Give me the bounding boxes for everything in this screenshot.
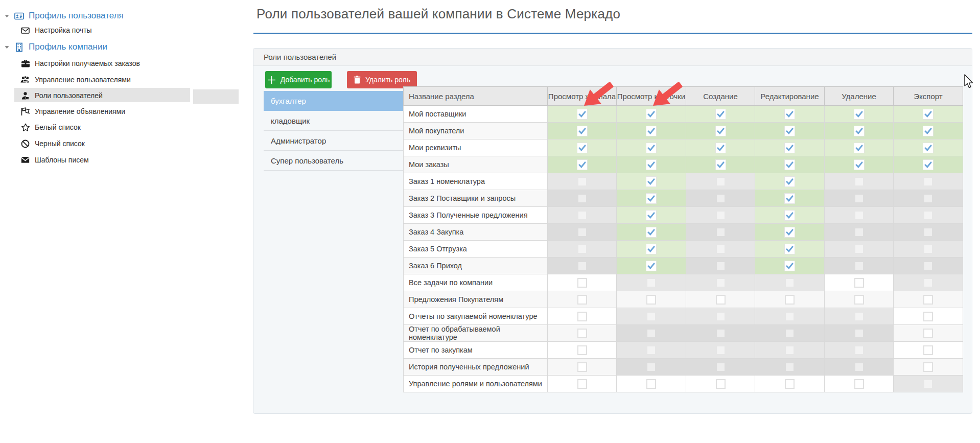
permission-checkbox[interactable] (785, 143, 795, 153)
permission-checkbox[interactable] (646, 160, 656, 170)
sidebar-item-5[interactable]: Роли пользователей (20, 89, 103, 102)
permission-cell-disabled (825, 325, 894, 342)
section-label: Управление ролями и пользователями (404, 376, 548, 392)
permission-checkbox[interactable] (646, 244, 656, 254)
section-label: Заказ 1 номенклатура (404, 173, 548, 190)
section-label: Заказ 4 Закупка (404, 224, 548, 241)
permission-checkbox[interactable] (923, 143, 933, 153)
permission-checkbox[interactable] (716, 109, 726, 119)
caret-down-icon[interactable] (4, 13, 11, 19)
role-item-1[interactable]: кладовщик (264, 111, 404, 131)
permission-checkbox[interactable] (646, 227, 656, 237)
permission-cell-disabled (617, 325, 686, 342)
permission-cell-disabled (686, 274, 755, 291)
permission-checkbox[interactable] (785, 126, 795, 136)
permission-checkbox[interactable] (716, 379, 726, 389)
permission-checkbox[interactable] (646, 194, 656, 203)
role-item-3[interactable]: Супер пользователь (264, 151, 404, 171)
sidebar-item-7[interactable]: Белый список (20, 121, 81, 133)
permission-checkbox[interactable] (785, 295, 795, 305)
permission-checkbox[interactable] (923, 329, 933, 338)
permission-cell-unchecked (894, 291, 963, 308)
permission-checkbox[interactable] (785, 379, 795, 389)
sidebar-item-1[interactable]: Настройка почты (20, 24, 92, 36)
permission-checkbox[interactable] (923, 312, 933, 321)
permission-checkbox[interactable] (785, 160, 795, 170)
delete-role-button[interactable]: Удалить роль (347, 71, 417, 88)
permission-checkbox[interactable] (923, 126, 933, 136)
permission-checkbox[interactable] (577, 109, 587, 119)
permission-checkbox[interactable] (785, 109, 795, 119)
permission-checkbox[interactable] (577, 362, 587, 372)
section-label: Предложения Покупателям (404, 291, 548, 308)
permission-checkbox[interactable] (923, 295, 933, 305)
permission-checkbox[interactable] (854, 295, 864, 305)
permission-checkbox[interactable] (716, 160, 726, 170)
permission-checkbox[interactable] (854, 160, 864, 170)
permission-checkbox[interactable] (923, 362, 933, 372)
permission-checkbox (717, 178, 725, 185)
caret-down-icon[interactable] (4, 44, 11, 50)
permission-checkbox[interactable] (785, 177, 795, 186)
permission-checkbox (717, 245, 725, 253)
role-item-0[interactable]: бухгалтер (264, 91, 404, 111)
permission-cell-disabled (686, 258, 755, 274)
permission-checkbox (855, 330, 863, 337)
permission-checkbox (855, 363, 863, 371)
permission-checkbox[interactable] (716, 295, 726, 305)
permission-checkbox[interactable] (577, 143, 587, 153)
sidebar-item-4[interactable]: Управление пользователями (20, 74, 131, 86)
sidebar-item-6[interactable]: Управление объявлениями (20, 105, 125, 118)
permission-checkbox[interactable] (577, 329, 587, 338)
permission-checkbox[interactable] (646, 295, 656, 305)
sidebar-item-0[interactable]: Профиль пользователя (4, 10, 124, 22)
permission-checkbox[interactable] (646, 177, 656, 186)
table-row-11: Предложения Покупателям (404, 291, 963, 308)
permission-cell-checked (686, 139, 755, 156)
permission-cell-checked (686, 123, 755, 139)
permission-checkbox[interactable] (785, 194, 795, 203)
permission-checkbox[interactable] (854, 143, 864, 153)
sidebar-item-2[interactable]: Профиль компании (4, 41, 107, 53)
column-header-4: Редактирование (755, 87, 825, 106)
role-item-2[interactable]: Администратор (264, 131, 404, 151)
permission-checkbox[interactable] (785, 211, 795, 220)
permission-checkbox[interactable] (854, 379, 864, 389)
table-row-3: Мои заказы (404, 156, 963, 173)
permission-cell-disabled (755, 274, 825, 291)
permission-checkbox[interactable] (923, 345, 933, 355)
permission-checkbox[interactable] (646, 379, 656, 389)
permission-checkbox[interactable] (785, 227, 795, 237)
permission-checkbox[interactable] (854, 109, 864, 119)
permission-checkbox[interactable] (646, 109, 656, 119)
add-role-button[interactable]: Добавить роль (265, 71, 332, 88)
sidebar-item-9[interactable]: Шаблоны писем (20, 154, 89, 166)
permission-checkbox[interactable] (854, 278, 864, 288)
permission-checkbox[interactable] (577, 160, 587, 170)
permission-checkbox[interactable] (646, 143, 656, 153)
permission-cell-disabled (617, 308, 686, 325)
permission-checkbox[interactable] (646, 211, 656, 220)
permission-checkbox[interactable] (577, 312, 587, 321)
permission-checkbox[interactable] (577, 295, 587, 305)
role-list: бухгалтеркладовщикАдминистраторСупер пол… (264, 91, 404, 171)
sidebar-item-3[interactable]: Настройки получаемых заказов (20, 57, 140, 69)
user-role-icon (20, 91, 30, 101)
briefcase-icon (20, 59, 30, 68)
permission-checkbox[interactable] (923, 109, 933, 119)
permission-checkbox[interactable] (577, 278, 587, 288)
permission-checkbox[interactable] (646, 261, 656, 271)
sidebar-item-8[interactable]: Черный список (20, 137, 85, 150)
permission-checkbox[interactable] (785, 244, 795, 254)
permission-checkbox[interactable] (716, 126, 726, 136)
permission-checkbox[interactable] (854, 126, 864, 136)
permission-checkbox[interactable] (577, 379, 587, 389)
permission-checkbox[interactable] (577, 345, 587, 355)
permission-cell-disabled (686, 359, 755, 376)
permission-checkbox[interactable] (646, 126, 656, 136)
permission-checkbox[interactable] (785, 261, 795, 271)
permission-checkbox[interactable] (716, 143, 726, 153)
permission-checkbox[interactable] (577, 126, 587, 136)
permission-checkbox[interactable] (923, 160, 933, 170)
permission-checkbox (786, 330, 794, 337)
